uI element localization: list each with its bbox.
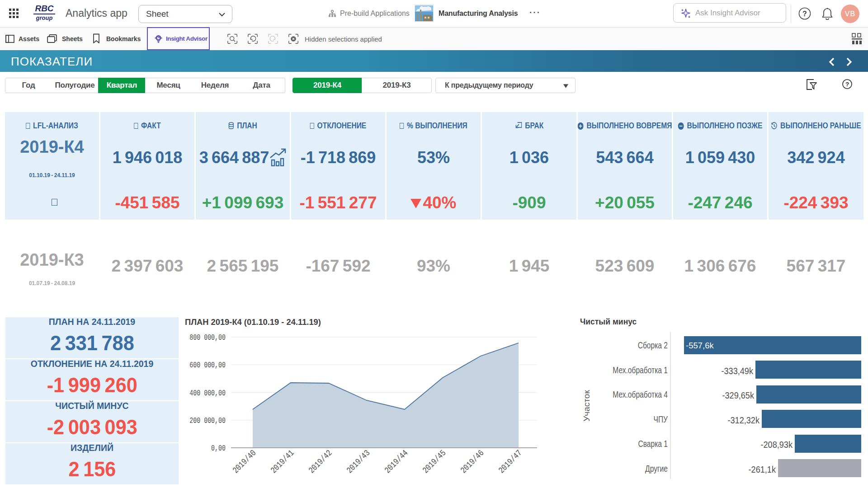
svg-text:2019/43: 2019/43 [345, 448, 372, 475]
svg-text:2019/44: 2019/44 [383, 448, 410, 475]
svg-text:2019/45: 2019/45 [421, 448, 448, 475]
svg-text:0,00: 0,00 [211, 443, 226, 453]
svg-text:-333,49k: -333,49k [721, 366, 753, 376]
svg-text:2019/41: 2019/41 [269, 448, 296, 475]
svg-text:-557,6k: -557,6k [686, 341, 714, 350]
svg-text:800 000,00: 800 000,00 [189, 333, 226, 343]
svg-text:Мех.обработка 4: Мех.обработка 4 [613, 389, 668, 399]
svg-text:Сборка 2: Сборка 2 [638, 340, 668, 350]
svg-text:Другие: Другие [645, 464, 668, 474]
svg-text:-312,32k: -312,32k [727, 415, 760, 425]
svg-text:200 000,00: 200 000,00 [189, 416, 226, 426]
svg-text:-208,93k: -208,93k [760, 440, 793, 450]
svg-text:600 000,00: 600 000,00 [189, 360, 226, 370]
svg-text:ЧПУ: ЧПУ [653, 414, 668, 424]
svg-text:?: ? [845, 81, 849, 88]
svg-text:Мех.обработка 1: Мех.обработка 1 [613, 365, 668, 375]
svg-text:2019/42: 2019/42 [307, 448, 334, 475]
svg-text:-329,65k: -329,65k [722, 390, 754, 400]
svg-text:2019/40: 2019/40 [231, 448, 258, 475]
svg-text:2019/46: 2019/46 [459, 448, 486, 475]
svg-text:400 000,00: 400 000,00 [189, 388, 226, 398]
svg-text:2019/47: 2019/47 [497, 448, 524, 475]
svg-text:-261,1k: -261,1k [749, 465, 776, 474]
svg-text:?: ? [802, 10, 807, 18]
svg-text:Сварка 1: Сварка 1 [638, 439, 668, 449]
svg-text:Участок: Участок [582, 390, 591, 422]
